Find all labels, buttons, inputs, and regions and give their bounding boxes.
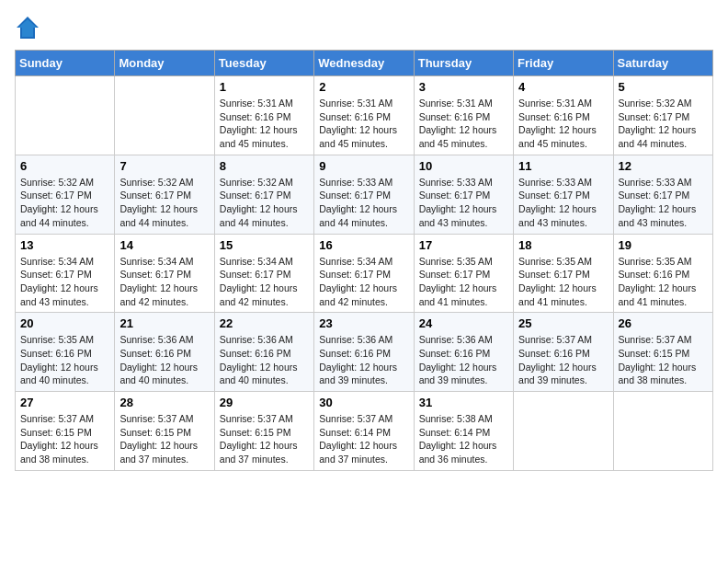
calendar-cell — [16, 76, 115, 155]
cell-info: Sunrise: 5:37 AM Sunset: 6:15 PM Dayligh… — [119, 412, 209, 466]
cell-info: Sunrise: 5:35 AM Sunset: 6:17 PM Dayligh… — [518, 255, 608, 309]
calendar-week-row: 20Sunrise: 5:35 AM Sunset: 6:16 PM Dayli… — [16, 313, 713, 392]
day-of-week-header: Monday — [115, 51, 214, 76]
day-number: 4 — [518, 80, 608, 94]
cell-info: Sunrise: 5:32 AM Sunset: 6:17 PM Dayligh… — [220, 176, 309, 230]
cell-info: Sunrise: 5:37 AM Sunset: 6:15 PM Dayligh… — [619, 333, 708, 387]
calendar-cell: 15Sunrise: 5:34 AM Sunset: 6:17 PM Dayli… — [214, 234, 313, 313]
calendar-week-row: 27Sunrise: 5:37 AM Sunset: 6:15 PM Dayli… — [16, 392, 713, 471]
day-number: 3 — [419, 80, 508, 94]
cell-info: Sunrise: 5:35 AM Sunset: 6:17 PM Dayligh… — [419, 255, 508, 309]
cell-info: Sunrise: 5:33 AM Sunset: 6:17 PM Dayligh… — [518, 176, 608, 230]
calendar-header-row: SundayMondayTuesdayWednesdayThursdayFrid… — [16, 51, 713, 76]
day-of-week-header: Wednesday — [314, 51, 414, 76]
day-number: 12 — [619, 159, 708, 173]
cell-info: Sunrise: 5:37 AM Sunset: 6:15 PM Dayligh… — [20, 412, 109, 466]
day-number: 9 — [319, 159, 408, 173]
calendar-cell — [613, 392, 712, 471]
day-number: 27 — [20, 396, 109, 409]
calendar-cell: 11Sunrise: 5:33 AM Sunset: 6:17 PM Dayli… — [514, 155, 613, 234]
cell-info: Sunrise: 5:32 AM Sunset: 6:17 PM Dayligh… — [20, 176, 109, 230]
calendar-cell: 31Sunrise: 5:38 AM Sunset: 6:14 PM Dayli… — [414, 392, 513, 471]
cell-info: Sunrise: 5:31 AM Sunset: 6:16 PM Dayligh… — [419, 97, 508, 151]
day-number: 7 — [119, 159, 209, 173]
cell-info: Sunrise: 5:36 AM Sunset: 6:16 PM Dayligh… — [119, 333, 209, 387]
cell-info: Sunrise: 5:35 AM Sunset: 6:16 PM Dayligh… — [619, 255, 708, 309]
calendar-cell: 4Sunrise: 5:31 AM Sunset: 6:16 PM Daylig… — [514, 76, 613, 155]
cell-info: Sunrise: 5:33 AM Sunset: 6:17 PM Dayligh… — [419, 176, 508, 230]
day-number: 6 — [20, 159, 109, 173]
calendar-cell: 14Sunrise: 5:34 AM Sunset: 6:17 PM Dayli… — [115, 234, 214, 313]
day-number: 29 — [220, 396, 309, 409]
cell-info: Sunrise: 5:37 AM Sunset: 6:14 PM Dayligh… — [319, 412, 408, 466]
calendar-week-row: 13Sunrise: 5:34 AM Sunset: 6:17 PM Dayli… — [16, 234, 713, 313]
calendar-cell: 21Sunrise: 5:36 AM Sunset: 6:16 PM Dayli… — [115, 313, 214, 392]
calendar-cell: 12Sunrise: 5:33 AM Sunset: 6:17 PM Dayli… — [613, 155, 712, 234]
day-number: 31 — [419, 396, 508, 409]
cell-info: Sunrise: 5:37 AM Sunset: 6:15 PM Dayligh… — [220, 412, 309, 466]
calendar-cell: 13Sunrise: 5:34 AM Sunset: 6:17 PM Dayli… — [16, 234, 115, 313]
day-of-week-header: Tuesday — [214, 51, 313, 76]
day-of-week-header: Saturday — [613, 51, 712, 76]
day-of-week-header: Sunday — [16, 51, 115, 76]
day-number: 26 — [619, 316, 708, 330]
cell-info: Sunrise: 5:33 AM Sunset: 6:17 PM Dayligh… — [619, 176, 708, 230]
calendar-week-row: 1Sunrise: 5:31 AM Sunset: 6:16 PM Daylig… — [16, 76, 713, 155]
calendar-cell: 8Sunrise: 5:32 AM Sunset: 6:17 PM Daylig… — [214, 155, 313, 234]
calendar-cell: 20Sunrise: 5:35 AM Sunset: 6:16 PM Dayli… — [16, 313, 115, 392]
calendar-cell: 22Sunrise: 5:36 AM Sunset: 6:16 PM Dayli… — [214, 313, 313, 392]
day-number: 15 — [220, 238, 309, 252]
calendar-cell: 19Sunrise: 5:35 AM Sunset: 6:16 PM Dayli… — [613, 234, 712, 313]
day-number: 14 — [119, 238, 209, 252]
calendar-cell: 23Sunrise: 5:36 AM Sunset: 6:16 PM Dayli… — [314, 313, 414, 392]
day-number: 11 — [518, 159, 608, 173]
calendar-cell: 5Sunrise: 5:32 AM Sunset: 6:17 PM Daylig… — [613, 76, 712, 155]
calendar-week-row: 6Sunrise: 5:32 AM Sunset: 6:17 PM Daylig… — [16, 155, 713, 234]
calendar-cell: 3Sunrise: 5:31 AM Sunset: 6:16 PM Daylig… — [414, 76, 513, 155]
calendar-cell: 30Sunrise: 5:37 AM Sunset: 6:14 PM Dayli… — [314, 392, 414, 471]
day-number: 28 — [119, 396, 209, 409]
calendar-cell — [514, 392, 613, 471]
day-number: 25 — [518, 316, 608, 330]
day-number: 21 — [119, 316, 209, 330]
day-number: 24 — [419, 316, 508, 330]
logo — [15, 15, 44, 40]
day-number: 10 — [419, 159, 508, 173]
day-number: 17 — [419, 238, 508, 252]
calendar-cell: 6Sunrise: 5:32 AM Sunset: 6:17 PM Daylig… — [16, 155, 115, 234]
cell-info: Sunrise: 5:38 AM Sunset: 6:14 PM Dayligh… — [419, 412, 508, 466]
day-of-week-header: Thursday — [414, 51, 513, 76]
calendar-cell: 26Sunrise: 5:37 AM Sunset: 6:15 PM Dayli… — [613, 313, 712, 392]
page-header — [15, 15, 713, 40]
cell-info: Sunrise: 5:34 AM Sunset: 6:17 PM Dayligh… — [319, 255, 408, 309]
calendar-cell: 24Sunrise: 5:36 AM Sunset: 6:16 PM Dayli… — [414, 313, 513, 392]
cell-info: Sunrise: 5:37 AM Sunset: 6:16 PM Dayligh… — [518, 333, 608, 387]
calendar-cell: 27Sunrise: 5:37 AM Sunset: 6:15 PM Dayli… — [16, 392, 115, 471]
calendar-cell: 10Sunrise: 5:33 AM Sunset: 6:17 PM Dayli… — [414, 155, 513, 234]
cell-info: Sunrise: 5:31 AM Sunset: 6:16 PM Dayligh… — [518, 97, 608, 151]
cell-info: Sunrise: 5:33 AM Sunset: 6:17 PM Dayligh… — [319, 176, 408, 230]
calendar-cell: 7Sunrise: 5:32 AM Sunset: 6:17 PM Daylig… — [115, 155, 214, 234]
cell-info: Sunrise: 5:36 AM Sunset: 6:16 PM Dayligh… — [419, 333, 508, 387]
cell-info: Sunrise: 5:34 AM Sunset: 6:17 PM Dayligh… — [220, 255, 309, 309]
day-of-week-header: Friday — [514, 51, 613, 76]
day-number: 22 — [220, 316, 309, 330]
calendar-cell: 25Sunrise: 5:37 AM Sunset: 6:16 PM Dayli… — [514, 313, 613, 392]
calendar-cell: 28Sunrise: 5:37 AM Sunset: 6:15 PM Dayli… — [115, 392, 214, 471]
day-number: 5 — [619, 80, 708, 94]
cell-info: Sunrise: 5:34 AM Sunset: 6:17 PM Dayligh… — [20, 255, 109, 309]
calendar-cell: 9Sunrise: 5:33 AM Sunset: 6:17 PM Daylig… — [314, 155, 414, 234]
calendar-cell: 29Sunrise: 5:37 AM Sunset: 6:15 PM Dayli… — [214, 392, 313, 471]
calendar-cell: 18Sunrise: 5:35 AM Sunset: 6:17 PM Dayli… — [514, 234, 613, 313]
calendar-cell — [115, 76, 214, 155]
day-number: 20 — [20, 316, 109, 330]
day-number: 1 — [220, 80, 309, 94]
cell-info: Sunrise: 5:34 AM Sunset: 6:17 PM Dayligh… — [119, 255, 209, 309]
day-number: 19 — [619, 238, 708, 252]
cell-info: Sunrise: 5:36 AM Sunset: 6:16 PM Dayligh… — [319, 333, 408, 387]
cell-info: Sunrise: 5:36 AM Sunset: 6:16 PM Dayligh… — [220, 333, 309, 387]
cell-info: Sunrise: 5:35 AM Sunset: 6:16 PM Dayligh… — [20, 333, 109, 387]
cell-info: Sunrise: 5:32 AM Sunset: 6:17 PM Dayligh… — [119, 176, 209, 230]
calendar-table: SundayMondayTuesdayWednesdayThursdayFrid… — [15, 50, 713, 471]
cell-info: Sunrise: 5:32 AM Sunset: 6:17 PM Dayligh… — [619, 97, 708, 151]
